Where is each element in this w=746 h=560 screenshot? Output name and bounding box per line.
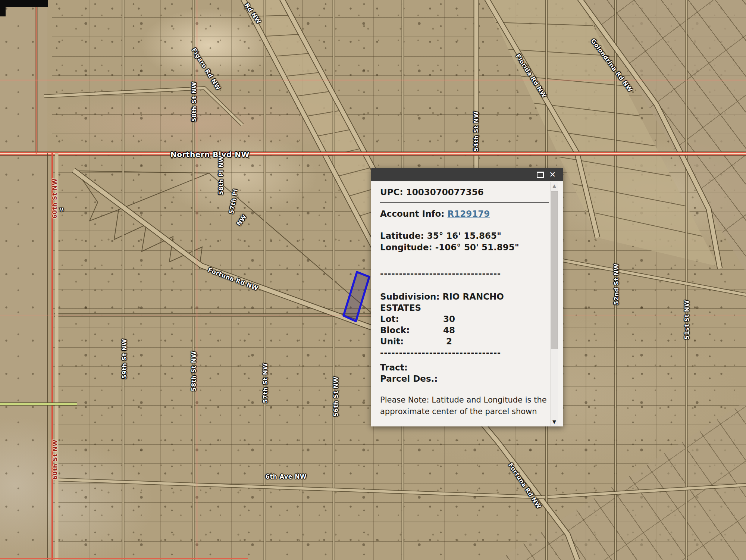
lot-label: Lot: — [380, 313, 440, 325]
longitude-line: Longitude: -106° 50' 51.895" — [380, 242, 552, 253]
unit-label: Unit: — [380, 336, 440, 347]
map-edge-artifact — [0, 7, 6, 16]
tract-line: Tract: Parcel Des.: — [380, 362, 552, 384]
parcel-info-popup: ✕ UPC: 1003070077356 Account Info: R1291… — [371, 168, 563, 426]
account-info-line: Account Info: R129179 — [380, 209, 552, 219]
dashed-separator: -------------------------------- — [380, 269, 552, 278]
scrollbar-thumb[interactable] — [551, 191, 558, 349]
account-info-link[interactable]: R129179 — [448, 209, 490, 219]
subdivision-label: Subdivision: — [380, 292, 440, 301]
note-text: Please Note: Latitude and Longitude is t… — [380, 394, 552, 417]
latitude-line: Latitude: 35° 16' 15.865" — [380, 230, 552, 242]
upc-label: UPC: — [380, 187, 403, 197]
block-row: Block: 48 — [380, 325, 552, 336]
divider-rule — [380, 202, 549, 203]
close-icon[interactable]: ✕ — [549, 171, 556, 179]
popup-titlebar: ✕ — [371, 168, 563, 181]
dashed-separator: -------------------------------- — [380, 348, 552, 357]
upc-value: 1003070077356 — [406, 187, 484, 197]
unit-value: 2 — [440, 336, 458, 347]
block-value: 48 — [440, 325, 458, 336]
upc-line: UPC: 1003070077356 — [380, 187, 552, 197]
scroll-down-icon[interactable]: ▼ — [551, 419, 558, 425]
subdivision-line: Subdivision: RIO RANCHO ESTATES — [380, 291, 529, 313]
popup-content: UPC: 1003070077356 Account Info: R129179… — [380, 181, 552, 417]
lot-value: 30 — [440, 313, 458, 325]
coordinates-block: Latitude: 35° 16' 15.865" Longitude: -10… — [380, 230, 552, 253]
popup-callout-arrow — [371, 283, 372, 310]
tract-label: Tract: — [380, 362, 552, 373]
popup-scrollbar[interactable]: ▲ ▼ — [550, 182, 558, 426]
map-edge-artifact — [0, 0, 48, 7]
lot-row: Lot: 30 — [380, 313, 552, 325]
map-viewport[interactable]: Rd NWFigaro Rd NW58th St NWNorthern Blvd… — [0, 0, 746, 560]
popup-body: UPC: 1003070077356 Account Info: R129179… — [371, 181, 563, 426]
account-info-label: Account Info: — [380, 209, 445, 219]
block-label: Block: — [380, 325, 440, 336]
unit-row: Unit: 2 — [380, 336, 552, 347]
parcel-des-label: Parcel Des.: — [380, 373, 552, 384]
maximize-icon[interactable] — [537, 172, 544, 178]
scroll-up-icon[interactable]: ▲ — [551, 183, 558, 188]
